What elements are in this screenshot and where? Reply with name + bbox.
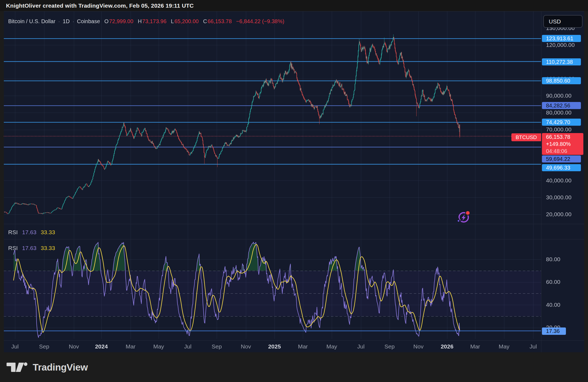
rsi-axis-label: 60.00 [546, 278, 560, 285]
price-level-badge[interactable]: 59,694.22 [542, 155, 581, 163]
time-axis-month-label: Nov [413, 343, 423, 350]
time-axis-month-label: Nov [241, 343, 251, 350]
price-axis-label: 40,000.00 [546, 177, 571, 184]
close-prefix: C [203, 18, 207, 25]
tradingview-snapshot: { "attribution": { "text": "KnightOliver… [0, 0, 588, 382]
price-level-value: 74,429.70 [546, 119, 570, 125]
rsi-mini-pane-legend[interactable]: RSI 17.63 33.33 [8, 229, 55, 236]
price-axis-label: 30,000.00 [546, 194, 571, 201]
currency-selector-button[interactable]: USD [543, 15, 583, 28]
symbol-legend[interactable]: Bitcoin / U.S. Dollar · 1D · Coinbase O … [8, 17, 284, 25]
rsi-label: RSI [8, 229, 18, 236]
symbol-title[interactable]: Bitcoin / U.S. Dollar [8, 18, 55, 25]
time-axis-month-label: Jul [184, 343, 192, 350]
price-axis-label: 20,000.00 [546, 211, 571, 218]
time-axis-month-label: Mar [470, 343, 480, 350]
symbol-price-tag[interactable]: BTCUSD [511, 133, 541, 141]
legend-separator: · [73, 18, 74, 25]
current-price-change: +149.80% [546, 140, 583, 148]
bar-countdown: 04:48:06 [546, 148, 583, 155]
tradingview-logo-icon[interactable] [7, 362, 29, 373]
tradingview-wordmark[interactable]: TradingView [33, 362, 88, 373]
rsi-axis-label: 80.00 [546, 256, 560, 263]
rsi-axis-label: 40.00 [546, 301, 560, 308]
price-level-value: 123,913.61 [546, 35, 573, 42]
attribution-text: KnightOliver created with TradingView.co… [6, 2, 194, 9]
rsi-label: RSI [8, 245, 18, 251]
price-level-badge[interactable]: 74,429.70 [542, 119, 581, 126]
time-axis-month-label: Sep [212, 343, 222, 350]
legend-separator: · [58, 18, 60, 25]
price-level-value: 49,696.33 [546, 165, 570, 171]
current-price-label[interactable]: 66,153.78 +149.80% 04:48:06 [542, 133, 583, 155]
price-level-value: 110,272.38 [546, 59, 573, 65]
time-axis-month-label: Jul [357, 343, 365, 350]
time-axis-month-label: Jul [11, 343, 19, 350]
time-axis-month-label: Sep [384, 343, 394, 350]
rsi-ma-value: 33.33 [41, 229, 55, 236]
currency-label: USD [549, 18, 561, 25]
rsi-ma-value: 33.33 [41, 245, 55, 251]
open-value: 72,999.00 [109, 18, 133, 25]
attribution-bar: KnightOliver created with TradingView.co… [0, 0, 588, 11]
time-axis-year-label: 2024 [95, 343, 108, 350]
rsi-alert-level-badge[interactable]: 17.36 [542, 327, 566, 335]
change-value: −6,844.22 (−9.38%) [236, 18, 284, 25]
price-level-badge[interactable]: 98,850.60 [542, 77, 581, 84]
price-axis-label: 90,000.00 [546, 92, 571, 99]
price-level-value: 84,282.56 [546, 103, 570, 109]
price-level-badge[interactable]: 110,272.38 [542, 58, 581, 65]
rsi-alert-value: 17.36 [546, 328, 560, 334]
rsi-pane-legend[interactable]: RSI 17.63 33.33 [8, 245, 55, 252]
price-level-badge[interactable]: 84,282.56 [542, 102, 581, 109]
price-level-value: 98,850.60 [546, 78, 570, 84]
rsi-value: 17.63 [22, 245, 37, 251]
price-axis-label: 70,000.00 [546, 126, 571, 133]
candlestick-rsi-canvas[interactable] [0, 0, 588, 382]
close-value: 66,153.78 [207, 18, 232, 25]
price-axis-label: 80,000.00 [546, 109, 571, 116]
time-axis-month-label: Nov [69, 343, 79, 350]
high-prefix: H [138, 18, 141, 25]
time-axis-month-label: Jul [530, 343, 537, 350]
rsi-value: 17.63 [22, 229, 37, 236]
low-value: 65,200.00 [174, 18, 199, 25]
spark-sticker-icon[interactable] [455, 209, 472, 226]
time-axis-month-label: May [326, 343, 337, 350]
time-axis-year-label: 2026 [441, 343, 454, 350]
price-axis-label: 120,000.00 [546, 41, 575, 49]
open-prefix: O [104, 18, 109, 25]
price-level-badge[interactable]: 123,913.61 [542, 35, 581, 42]
symbol-ticker: BTCUSD [515, 134, 537, 140]
exchange-label[interactable]: Coinbase [77, 18, 100, 25]
time-axis-month-label: May [499, 343, 509, 350]
time-axis-month-label: May [153, 343, 164, 350]
high-value: 73,173.96 [142, 18, 167, 25]
timeframe-label[interactable]: 1D [63, 18, 70, 25]
low-prefix: L [171, 18, 174, 25]
time-axis-month-label: Mar [298, 343, 308, 350]
footer-bar: TradingView [0, 352, 588, 382]
current-price-value: 66,153.78 [546, 133, 583, 140]
price-level-value: 59,694.22 [546, 156, 570, 162]
time-axis-month-label: Mar [126, 343, 135, 350]
price-level-badge[interactable]: 49,696.33 [542, 164, 581, 171]
time-axis-year-label: 2025 [268, 343, 281, 350]
time-axis-month-label: Sep [39, 343, 49, 350]
